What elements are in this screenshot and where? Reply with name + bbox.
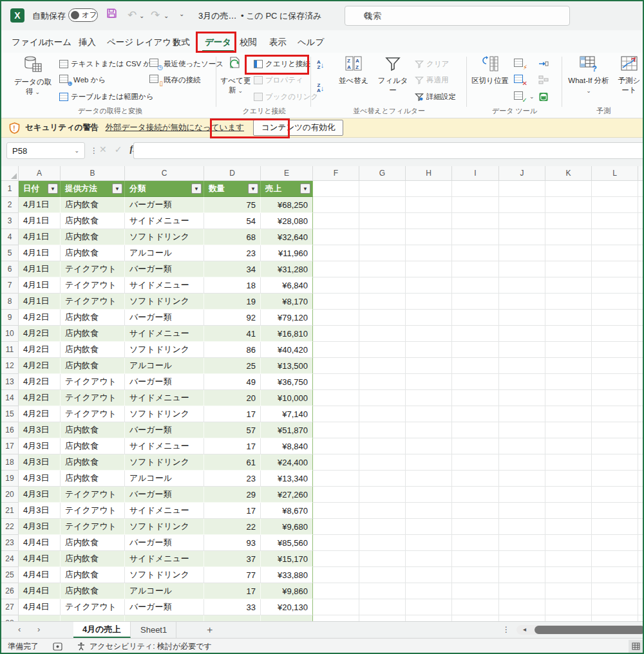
cell-A6[interactable]: 4月1日 — [19, 261, 61, 277]
cell-K20[interactable] — [545, 487, 592, 503]
cell-L2[interactable] — [592, 197, 638, 213]
cell-F1[interactable] — [313, 181, 359, 197]
cell-C17[interactable]: サイドメニュー — [125, 438, 204, 454]
cell-H27[interactable] — [406, 599, 452, 615]
cell-H20[interactable] — [406, 487, 452, 503]
cell-F24[interactable] — [313, 551, 359, 567]
remove-duplicates-icon[interactable]: ✕ — [514, 73, 526, 87]
cell-K1[interactable] — [545, 181, 592, 197]
cell-M10[interactable] — [638, 326, 644, 342]
cell-C6[interactable]: バーガー類 — [125, 261, 204, 277]
cell-F14[interactable] — [313, 390, 359, 406]
row-header-11[interactable]: 11 — [1, 342, 19, 358]
row-header-6[interactable]: 6 — [1, 261, 19, 277]
cell-D10[interactable]: 41 — [204, 326, 261, 342]
cell-K2[interactable] — [545, 197, 592, 213]
cell-C7[interactable]: サイドメニュー — [125, 277, 204, 294]
cell-D11[interactable]: 86 — [204, 342, 261, 358]
cell-I3[interactable] — [452, 213, 499, 229]
cell-H1[interactable] — [406, 181, 452, 197]
cell-I22[interactable] — [452, 519, 499, 535]
cell-D17[interactable]: 17 — [204, 438, 261, 454]
cell-E8[interactable]: ¥8,170 — [261, 294, 313, 310]
cell-F19[interactable] — [313, 471, 359, 487]
cell-L15[interactable] — [592, 406, 638, 422]
ribbon-item-existing-connections[interactable]: ▯ 既存の接続 — [149, 73, 201, 87]
cell-L25[interactable] — [592, 567, 638, 583]
cell-D12[interactable]: 25 — [204, 358, 261, 374]
cell-E6[interactable]: ¥31,280 — [261, 261, 313, 277]
cell-K26[interactable] — [545, 583, 592, 599]
cell-L24[interactable] — [592, 551, 638, 567]
cell-K14[interactable] — [545, 390, 592, 406]
cell-F17[interactable] — [313, 438, 359, 454]
cell-K27[interactable] — [545, 599, 592, 615]
cell-I23[interactable] — [452, 535, 499, 551]
cell-E1[interactable]: 売上▼ — [261, 181, 313, 197]
row-header-20[interactable]: 20 — [1, 487, 19, 503]
cancel-icon[interactable]: ✕ — [99, 144, 107, 154]
cell-C24[interactable]: サイドメニュー — [125, 551, 204, 567]
cell-C19[interactable]: アルコール — [125, 471, 204, 487]
cell-D27[interactable]: 33 — [204, 599, 261, 615]
cell-F25[interactable] — [313, 567, 359, 583]
column-header-G[interactable]: G — [359, 166, 406, 181]
cell-G5[interactable] — [359, 245, 406, 261]
cell-A20[interactable]: 4月3日 — [19, 487, 61, 503]
sheet-nav-left-icon[interactable]: ‹ — [18, 624, 21, 634]
cell-B12[interactable]: 店内飲食 — [61, 358, 125, 374]
cell-K8[interactable] — [545, 294, 592, 310]
cell-D26[interactable]: 17 — [204, 583, 261, 599]
cell-H19[interactable] — [406, 471, 452, 487]
cell-M27[interactable] — [638, 599, 644, 615]
cell-E5[interactable]: ¥11,960 — [261, 245, 313, 261]
cell-C14[interactable]: サイドメニュー — [125, 390, 204, 406]
sort-button[interactable]: ZAAZ 並べ替え — [335, 55, 372, 86]
cell-A17[interactable]: 4月3日 — [19, 438, 61, 454]
cell-D23[interactable]: 93 — [204, 535, 261, 551]
cell-G8[interactable] — [359, 294, 406, 310]
cell-H5[interactable] — [406, 245, 452, 261]
cell-C13[interactable]: バーガー類 — [125, 374, 204, 390]
cell-D4[interactable]: 68 — [204, 229, 261, 245]
scrollbar-thumb[interactable] — [535, 626, 644, 634]
row-header-15[interactable]: 15 — [1, 406, 19, 422]
cell-H3[interactable] — [406, 213, 452, 229]
cell-I28[interactable] — [452, 615, 499, 621]
cell-I19[interactable] — [452, 471, 499, 487]
cell-L26[interactable] — [592, 583, 638, 599]
scroll-left-icon[interactable]: ◂ — [523, 626, 526, 633]
cell-A3[interactable]: 4月1日 — [19, 213, 61, 229]
flash-fill-icon[interactable]: ⚡ — [514, 57, 526, 71]
cell-E25[interactable]: ¥33,880 — [261, 567, 313, 583]
cell-J25[interactable] — [499, 567, 545, 583]
cell-A10[interactable]: 4月2日 — [19, 326, 61, 342]
cell-I15[interactable] — [452, 406, 499, 422]
filter-button[interactable]: フィルター — [375, 55, 411, 95]
cell-M17[interactable] — [638, 438, 644, 454]
cell-L18[interactable] — [592, 454, 638, 471]
cell-H6[interactable] — [406, 261, 452, 277]
cell-F8[interactable] — [313, 294, 359, 310]
normal-view-icon[interactable] — [629, 640, 643, 653]
row-header-4[interactable]: 4 — [1, 229, 19, 245]
cell-L6[interactable] — [592, 261, 638, 277]
cell-F7[interactable] — [313, 277, 359, 294]
cell-D28[interactable] — [204, 615, 261, 621]
cell-G11[interactable] — [359, 342, 406, 358]
cell-F22[interactable] — [313, 519, 359, 535]
cell-E28[interactable] — [261, 615, 313, 621]
cell-F20[interactable] — [313, 487, 359, 503]
row-header-13[interactable]: 13 — [1, 374, 19, 390]
cell-B2[interactable]: 店内飲食 — [61, 197, 125, 213]
cell-B5[interactable]: 店内飲食 — [61, 245, 125, 261]
cell-E11[interactable]: ¥40,420 — [261, 342, 313, 358]
cell-E19[interactable]: ¥13,340 — [261, 471, 313, 487]
accessibility-icon[interactable] — [77, 642, 86, 651]
cell-E24[interactable]: ¥15,170 — [261, 551, 313, 567]
cell-I5[interactable] — [452, 245, 499, 261]
cell-E2[interactable]: ¥68,250 — [261, 197, 313, 213]
cell-L19[interactable] — [592, 471, 638, 487]
cell-L10[interactable] — [592, 326, 638, 342]
cell-C22[interactable]: ソフトドリンク — [125, 519, 204, 535]
